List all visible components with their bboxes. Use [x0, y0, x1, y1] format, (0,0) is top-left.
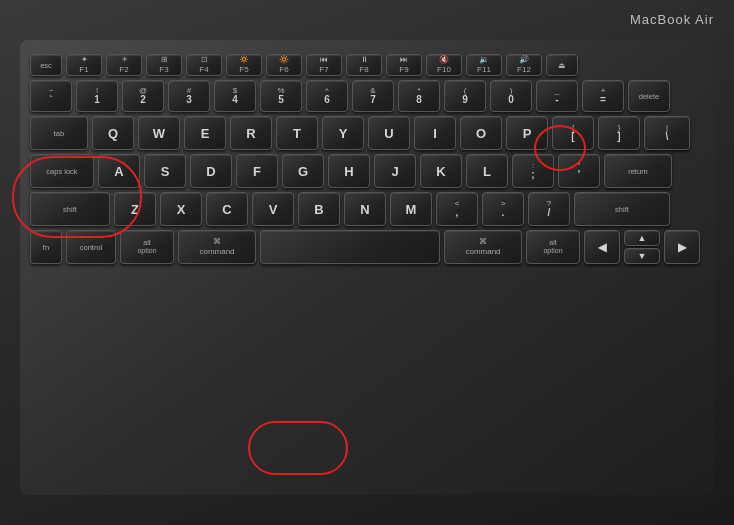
macbook-label: MacBook Air: [630, 12, 714, 27]
key-v[interactable]: V: [252, 192, 294, 226]
key-return[interactable]: return: [604, 154, 672, 188]
key-f10[interactable]: 🔇F10: [426, 54, 462, 76]
key-b[interactable]: B: [298, 192, 340, 226]
key-k[interactable]: K: [420, 154, 462, 188]
key-f3[interactable]: ⊞F3: [146, 54, 182, 76]
key-f4[interactable]: ⊡F4: [186, 54, 222, 76]
key-9[interactable]: (9: [444, 80, 486, 112]
key-equals[interactable]: +=: [582, 80, 624, 112]
key-option-right[interactable]: altoption: [526, 230, 580, 264]
key-arrow-left[interactable]: ◀: [584, 230, 620, 264]
key-z[interactable]: Z: [114, 192, 156, 226]
key-arrow-down[interactable]: ▼: [624, 248, 660, 264]
key-w[interactable]: W: [138, 116, 180, 150]
key-tab[interactable]: tab: [30, 116, 88, 150]
key-f1[interactable]: ✦F1: [66, 54, 102, 76]
key-f9[interactable]: ⏭F9: [386, 54, 422, 76]
key-f6[interactable]: 🔆F6: [266, 54, 302, 76]
key-backslash[interactable]: |\: [644, 116, 690, 150]
key-period[interactable]: >.: [482, 192, 524, 226]
key-bracket-open[interactable]: {[: [552, 116, 594, 150]
key-6[interactable]: ^6: [306, 80, 348, 112]
key-u[interactable]: U: [368, 116, 410, 150]
key-c[interactable]: C: [206, 192, 248, 226]
key-f7[interactable]: ⏮F7: [306, 54, 342, 76]
zxcv-row: shift Z X C V B N M <, >. ?/ shift: [30, 192, 704, 226]
key-d[interactable]: D: [190, 154, 232, 188]
key-shift-left[interactable]: shift: [30, 192, 110, 226]
key-1[interactable]: !1: [76, 80, 118, 112]
key-y[interactable]: Y: [322, 116, 364, 150]
key-t[interactable]: T: [276, 116, 318, 150]
fn-key-row: esc ✦F1 ☀F2 ⊞F3 ⊡F4 🔅F5 🔆F6 ⏮F7 ⏸F8 ⏭F9 …: [30, 54, 704, 76]
key-f11[interactable]: 🔉F11: [466, 54, 502, 76]
key-3[interactable]: #3: [168, 80, 210, 112]
key-esc[interactable]: esc: [30, 54, 62, 76]
key-fn[interactable]: fn: [30, 230, 62, 264]
key-m[interactable]: M: [390, 192, 432, 226]
key-7[interactable]: &7: [352, 80, 394, 112]
key-q[interactable]: Q: [92, 116, 134, 150]
key-l[interactable]: L: [466, 154, 508, 188]
qwerty-row: tab Q W E R T Y U I O P {[ }] |\: [30, 116, 704, 150]
key-semicolon[interactable]: :;: [512, 154, 554, 188]
key-option-left[interactable]: altoption: [120, 230, 174, 264]
key-slash[interactable]: ?/: [528, 192, 570, 226]
key-command-right[interactable]: ⌘command: [444, 230, 522, 264]
key-e[interactable]: E: [184, 116, 226, 150]
key-2[interactable]: @2: [122, 80, 164, 112]
key-power[interactable]: ⏏: [546, 54, 578, 76]
key-5[interactable]: %5: [260, 80, 302, 112]
key-f2[interactable]: ☀F2: [106, 54, 142, 76]
key-0[interactable]: )0: [490, 80, 532, 112]
key-x[interactable]: X: [160, 192, 202, 226]
keyboard-area: esc ✦F1 ☀F2 ⊞F3 ⊡F4 🔅F5 🔆F6 ⏮F7 ⏸F8 ⏭F9 …: [20, 40, 714, 495]
key-control[interactable]: control: [66, 230, 116, 264]
key-f12[interactable]: 🔊F12: [506, 54, 542, 76]
key-o[interactable]: O: [460, 116, 502, 150]
key-r[interactable]: R: [230, 116, 272, 150]
key-delete[interactable]: delete: [628, 80, 670, 112]
key-arrow-right[interactable]: ▶: [664, 230, 700, 264]
key-comma[interactable]: <,: [436, 192, 478, 226]
key-backtick[interactable]: ~`: [30, 80, 72, 112]
key-s[interactable]: S: [144, 154, 186, 188]
key-f[interactable]: F: [236, 154, 278, 188]
key-space[interactable]: [260, 230, 440, 264]
key-caps-lock[interactable]: caps lock: [30, 154, 94, 188]
key-h[interactable]: H: [328, 154, 370, 188]
key-a[interactable]: A: [98, 154, 140, 188]
key-f8[interactable]: ⏸F8: [346, 54, 382, 76]
key-f5[interactable]: 🔅F5: [226, 54, 262, 76]
key-p[interactable]: P: [506, 116, 548, 150]
bottom-key-row: fn control altoption ⌘command ⌘command a…: [30, 230, 704, 264]
key-i[interactable]: I: [414, 116, 456, 150]
key-bracket-close[interactable]: }]: [598, 116, 640, 150]
key-n[interactable]: N: [344, 192, 386, 226]
key-g[interactable]: G: [282, 154, 324, 188]
asdf-row: caps lock A S D F G H J K L :; "' return: [30, 154, 704, 188]
key-minus[interactable]: _-: [536, 80, 578, 112]
number-key-row: ~` !1 @2 #3 $4 %5 ^6 &7: [30, 80, 704, 112]
key-arrow-up[interactable]: ▲: [624, 230, 660, 246]
laptop-frame: MacBook Air esc ✦F1 ☀F2 ⊞F3 ⊡F4 🔅F5 🔆F6 …: [0, 0, 734, 525]
key-8[interactable]: *8: [398, 80, 440, 112]
key-j[interactable]: J: [374, 154, 416, 188]
key-shift-right[interactable]: shift: [574, 192, 670, 226]
key-quote[interactable]: "': [558, 154, 600, 188]
key-command-left[interactable]: ⌘command: [178, 230, 256, 264]
key-4[interactable]: $4: [214, 80, 256, 112]
